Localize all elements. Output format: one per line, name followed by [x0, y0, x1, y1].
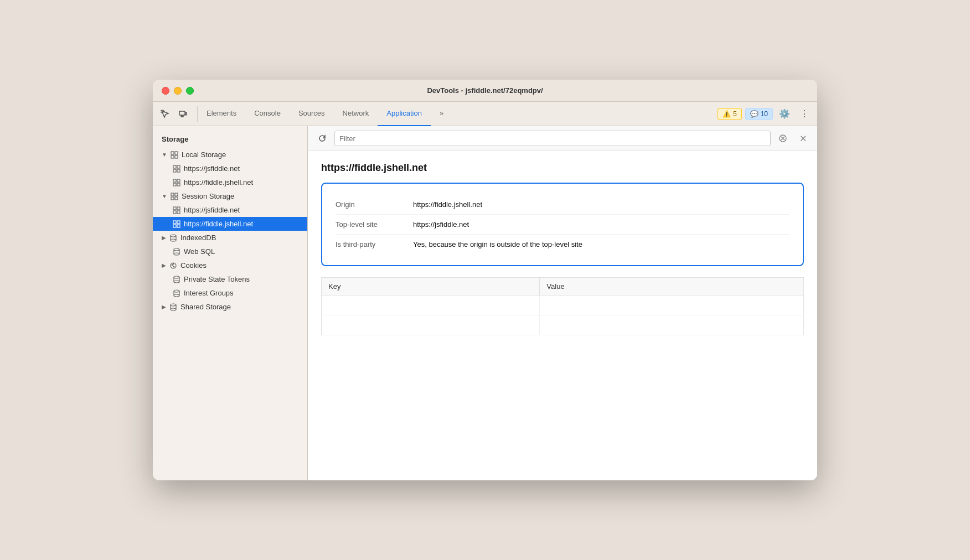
kv-table: Key Value: [321, 277, 804, 335]
info-count: 10: [761, 110, 768, 118]
svg-rect-21: [173, 207, 176, 210]
svg-point-49: [171, 304, 176, 306]
svg-rect-16: [177, 183, 180, 186]
top-level-label: Top-level site: [336, 220, 413, 229]
svg-point-41: [174, 276, 179, 278]
maximize-button[interactable]: [186, 87, 194, 95]
device-icon[interactable]: [175, 106, 190, 122]
sidebar-item-interest-groups[interactable]: Interest Groups: [153, 286, 307, 300]
content-area: https://fiddle.jshell.net Origin https:/…: [308, 151, 817, 480]
info-card: Origin https://fiddle.jshell.net Top-lev…: [321, 183, 804, 266]
sidebar-item-label: Web SQL: [184, 247, 215, 256]
cylinder-icon: [169, 234, 177, 242]
sidebar-item-local-fiddle[interactable]: https://fiddle.jshell.net: [153, 175, 307, 189]
tab-more[interactable]: »: [431, 102, 452, 126]
origin-title: https://fiddle.jshell.net: [321, 162, 804, 174]
svg-rect-7: [171, 155, 174, 158]
content-toolbar: ✕: [308, 126, 817, 151]
grid-icon: [171, 151, 178, 159]
svg-rect-6: [175, 152, 178, 154]
warning-badge[interactable]: ⚠️ 5: [718, 108, 742, 120]
svg-rect-28: [177, 225, 180, 227]
tab-network[interactable]: Network: [334, 102, 378, 126]
sidebar-item-label: Shared Storage: [180, 303, 231, 311]
svg-rect-19: [171, 197, 174, 200]
cursor-icon[interactable]: [157, 106, 173, 122]
storage-section-label: Storage: [153, 133, 307, 148]
more-options-button[interactable]: ⋮: [796, 106, 813, 122]
tab-sources[interactable]: Sources: [290, 102, 334, 126]
svg-point-36: [174, 253, 179, 255]
sidebar-item-label: https://jsfiddle.net: [184, 164, 240, 173]
table-cell-value: [540, 295, 804, 315]
svg-point-40: [173, 263, 174, 265]
sidebar-item-local-storage[interactable]: ▼ Local Storage: [153, 148, 307, 162]
warning-count: 5: [733, 110, 737, 118]
cylinder-icon: [173, 248, 180, 256]
traffic-lights: [162, 87, 194, 95]
chat-icon: 💬: [750, 110, 759, 118]
close-filter-button[interactable]: ✕: [795, 131, 811, 146]
cylinder-icon: [173, 276, 180, 283]
tab-console[interactable]: Console: [245, 102, 290, 126]
table-cell-key: [322, 295, 540, 315]
devtools-window: DevTools - jsfiddle.net/72eqmdpv/ Eleme: [153, 80, 817, 480]
table-row: [322, 315, 804, 335]
chevron-right-icon: ▶: [162, 235, 166, 241]
tab-elements[interactable]: Elements: [198, 102, 245, 126]
sidebar: Storage ▼ Local Storage: [153, 126, 308, 480]
sidebar-item-label: https://fiddle.jshell.net: [184, 220, 253, 228]
info-row-origin: Origin https://fiddle.jshell.net: [336, 195, 790, 215]
tab-application[interactable]: Application: [378, 102, 431, 126]
svg-rect-12: [177, 169, 180, 172]
svg-point-29: [171, 235, 176, 237]
origin-label: Origin: [336, 200, 413, 209]
info-badge[interactable]: 💬 10: [745, 108, 773, 120]
grid-icon: [173, 220, 180, 228]
svg-point-39: [173, 266, 174, 267]
filter-input[interactable]: [334, 131, 771, 146]
svg-rect-5: [171, 152, 174, 154]
sidebar-item-session-fiddle[interactable]: https://fiddle.jshell.net: [153, 217, 307, 231]
grid-icon: [173, 179, 180, 186]
sidebar-item-session-jsfiddle[interactable]: https://jsfiddle.net: [153, 203, 307, 217]
sidebar-item-label: Private State Tokens: [184, 275, 250, 283]
clear-filter-icon[interactable]: [775, 131, 791, 146]
chevron-down-icon: ▼: [162, 152, 167, 158]
cylinder-icon: [173, 289, 180, 297]
sidebar-item-shared-storage[interactable]: ▶ Shared Storage: [153, 300, 307, 314]
sidebar-item-cookies[interactable]: ▶ Cookies: [153, 258, 307, 272]
svg-point-52: [171, 308, 176, 310]
cylinder-icon: [169, 303, 177, 311]
sidebar-item-local-jsfiddle[interactable]: https://jsfiddle.net: [153, 162, 307, 175]
grid-icon: [171, 193, 178, 200]
sidebar-item-private-state-tokens[interactable]: Private State Tokens: [153, 272, 307, 286]
value-header: Value: [540, 278, 804, 295]
top-level-value: https://jsfiddle.net: [413, 220, 469, 229]
sidebar-item-session-storage[interactable]: ▼ Session Storage: [153, 189, 307, 203]
close-button[interactable]: [162, 87, 169, 95]
svg-rect-23: [173, 211, 176, 214]
sidebar-item-indexeddb[interactable]: ▶ IndexedDB: [153, 231, 307, 245]
chevron-right-icon: ▶: [162, 262, 166, 268]
sidebar-item-label: IndexedDB: [180, 234, 216, 242]
tab-bar: Elements Console Sources Network Applica…: [198, 102, 718, 126]
svg-point-48: [174, 294, 179, 297]
refresh-button[interactable]: [314, 131, 330, 146]
warning-icon: ⚠️: [723, 110, 731, 118]
minimize-button[interactable]: [174, 87, 182, 95]
svg-rect-13: [173, 179, 176, 182]
grid-icon: [173, 165, 180, 173]
table-cell-key: [322, 315, 540, 335]
third-party-label: Is third-party: [336, 240, 413, 248]
sidebar-item-web-sql[interactable]: Web SQL: [153, 245, 307, 258]
svg-rect-4: [185, 112, 187, 115]
svg-rect-15: [173, 183, 176, 186]
table-row: [322, 295, 804, 315]
window-title: DevTools - jsfiddle.net/72eqmdpv/: [427, 86, 543, 95]
sidebar-item-label: Cookies: [180, 261, 207, 269]
svg-point-32: [171, 239, 176, 241]
info-row-top-level: Top-level site https://jsfiddle.net: [336, 215, 790, 235]
settings-button[interactable]: ⚙️: [776, 106, 793, 122]
svg-rect-24: [177, 211, 180, 214]
